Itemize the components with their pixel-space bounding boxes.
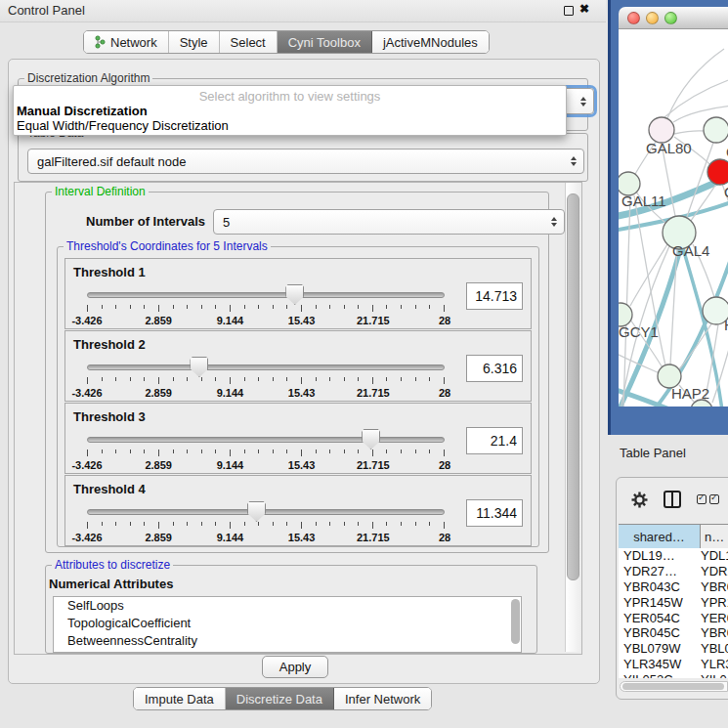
horizontal-scrollbar-thumb[interactable]	[622, 683, 724, 690]
tab-label: Network	[110, 35, 157, 50]
table-row[interactable]: YIL052CYIL0	[619, 671, 728, 678]
column-header-shared-name[interactable]: shared…	[619, 525, 701, 549]
slider-thumb[interactable]	[247, 501, 266, 522]
scale-label: 2.859	[145, 387, 172, 399]
column-header-name[interactable]: n…	[701, 525, 728, 549]
algorithm-option-manual[interactable]: Manual Discretization	[17, 104, 148, 118]
threshold-slider: -3.4262.8599.14415.4321.71528	[87, 429, 445, 468]
cell-name: YER0	[701, 611, 728, 625]
threshold-label: Threshold 3	[73, 409, 146, 424]
tab-label: Discretize Data	[236, 692, 322, 707]
cell-name: YBL0	[701, 641, 728, 656]
scale-label: 9.144	[217, 315, 244, 326]
slider-track[interactable]	[87, 437, 445, 443]
table-row[interactable]: YBL079WYBL0	[619, 641, 728, 657]
cell-shared-name: YDR27…	[619, 564, 701, 578]
slider-thumb[interactable]	[362, 429, 380, 450]
attribute-list-item[interactable]: SelfLoops	[54, 597, 521, 615]
select-all-icons[interactable]	[697, 494, 719, 504]
network-node-c[interactable]	[707, 159, 728, 185]
tab-style[interactable]: Style	[169, 31, 220, 53]
table-row[interactable]: YDR27…YDR2	[619, 564, 728, 579]
control-panel-titlebar	[0, 0, 606, 22]
apply-button[interactable]: Apply	[262, 656, 328, 678]
table-data-combobox[interactable]: galFiltered.sif default node	[27, 149, 584, 174]
slider-ticks	[87, 522, 445, 530]
scale-label: 28	[439, 315, 450, 326]
cell-name: YBR0	[701, 579, 728, 594]
table-row[interactable]: YLR345WYLR3	[619, 657, 728, 672]
column-view-icon[interactable]	[664, 491, 681, 508]
cell-name: YBR0	[701, 625, 728, 640]
cell-shared-name: YBR045C	[619, 625, 701, 640]
table-row[interactable]: YDL19…YDL1	[619, 548, 728, 564]
scale-label: 2.859	[145, 532, 172, 543]
tab-infer-network[interactable]: Infer Network	[334, 688, 431, 709]
cell-shared-name: YBL079W	[619, 641, 701, 656]
network-canvas[interactable]: GAL80GACGAL11GAL4GCY1HHAP2	[619, 29, 728, 407]
scale-label: 28	[439, 387, 450, 399]
slider-scale-labels: -3.4262.8599.14415.4321.71528	[87, 315, 445, 326]
network-node-ga[interactable]	[704, 117, 728, 143]
threshold-panel-4: Threshold 4-3.4262.8599.14415.4321.71528	[64, 475, 532, 546]
tab-cyni-toolbox[interactable]: Cyni Toolbox	[278, 31, 372, 53]
cell-shared-name: YLR345W	[619, 657, 701, 671]
tab-jactivemnodules[interactable]: jActiveMNodules	[372, 31, 489, 53]
attribute-list-item[interactable]: BetweennessCentrality	[54, 632, 521, 650]
gear-icon[interactable]	[631, 492, 648, 508]
tab-label: Infer Network	[345, 692, 420, 707]
algorithm-group-title: Discretization Algorithm	[24, 71, 152, 85]
list-scrollbar-thumb[interactable]	[511, 599, 520, 644]
cell-shared-name: YDL19…	[619, 548, 701, 563]
tab-discretize-data[interactable]: Discretize Data	[226, 688, 334, 709]
scale-label: 15.43	[288, 315, 316, 326]
checkbox-icon[interactable]	[709, 494, 719, 504]
close-traffic-light-icon[interactable]	[627, 12, 640, 24]
slider-track[interactable]	[87, 292, 445, 298]
network-node-label: GAL11	[621, 193, 666, 209]
cell-name: YIL0	[701, 672, 728, 678]
algorithm-option-equal-width[interactable]: Equal Width/Frequency Discretization	[17, 118, 229, 133]
vertical-scrollbar-thumb[interactable]	[567, 193, 579, 580]
threshold-value-field[interactable]	[466, 282, 523, 310]
app-root: Control Panel ✖ NetworkStyleSelectCyni T…	[0, 0, 728, 728]
threshold-value-field[interactable]	[466, 427, 523, 454]
network-node-label: GAL80	[646, 140, 692, 156]
scale-label: 28	[439, 459, 450, 471]
attribute-list-item[interactable]: TopologicalCoefficient	[54, 615, 521, 632]
threshold-value-field[interactable]	[466, 355, 523, 382]
slider-thumb[interactable]	[190, 357, 208, 377]
scale-label: 15.43	[288, 387, 316, 399]
close-icon[interactable]: ✖	[579, 2, 589, 16]
network-edge	[674, 131, 705, 134]
float-window-icon[interactable]	[564, 6, 574, 16]
table-row[interactable]: YER054CYER0	[619, 610, 728, 625]
minimize-traffic-light-icon[interactable]	[646, 12, 659, 24]
table-row[interactable]: YBR045CYBR0	[619, 625, 728, 641]
num-intervals-combobox[interactable]: 5	[213, 209, 565, 235]
attributes-group-title: Attributes to discretize	[52, 558, 173, 572]
control-panel-title: Control Panel	[8, 3, 85, 18]
tab-select[interactable]: Select	[220, 31, 278, 53]
checkbox-icon[interactable]	[697, 494, 707, 504]
tab-network[interactable]: Network	[84, 31, 169, 53]
scale-label: -3.426	[71, 459, 102, 471]
scale-label: 21.715	[357, 459, 390, 471]
table-row[interactable]: YBR043CYBR0	[619, 579, 728, 595]
scale-label: 2.859	[145, 315, 172, 326]
interval-definition-title: Interval Definition	[52, 185, 149, 198]
cell-name: YPR1	[701, 595, 728, 610]
threshold-value-field[interactable]	[466, 499, 523, 527]
scale-label: 2.859	[145, 459, 172, 471]
tab-impute-data[interactable]: Impute Data	[134, 688, 226, 709]
table-panel-title: Table Panel	[620, 446, 686, 460]
zoom-traffic-light-icon[interactable]	[664, 12, 677, 24]
cell-shared-name: YER054C	[619, 611, 701, 625]
slider-track[interactable]	[87, 364, 445, 370]
cell-name: YDL1	[701, 548, 728, 563]
scale-label: 21.715	[357, 315, 390, 326]
table-row[interactable]: YPR145WYPR1	[619, 594, 728, 610]
table-body: YDL19…YDL1YDR27…YDR2YBR043CYBR0YPR145WYP…	[619, 548, 728, 678]
slider-thumb[interactable]	[285, 284, 304, 305]
threshold-label: Threshold 4	[73, 482, 146, 496]
